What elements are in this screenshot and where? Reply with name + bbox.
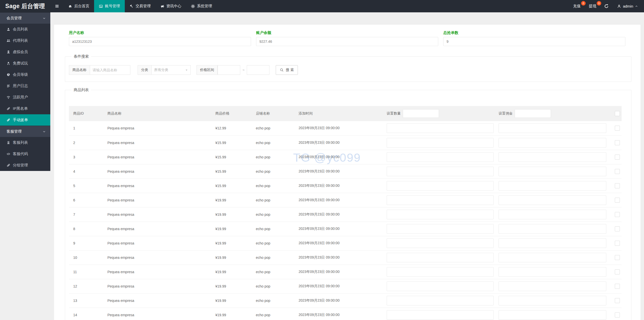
row-qty-input[interactable]: [387, 267, 494, 277]
row-commission-input[interactable]: [499, 152, 606, 162]
sidebar-item-1-6[interactable]: 用户日志: [0, 80, 50, 92]
cell-qty: [382, 222, 494, 236]
row-commission-input[interactable]: [499, 310, 606, 320]
sidebar-item-1-4[interactable]: 免费试玩: [0, 58, 50, 69]
field-input[interactable]: [69, 37, 251, 46]
row-qty-input[interactable]: [387, 123, 494, 133]
price-max-input[interactable]: [247, 65, 269, 75]
row-commission-input[interactable]: [499, 224, 606, 234]
cell-time: 2023年09月23日 09:00:00: [294, 293, 382, 308]
field-input[interactable]: [443, 37, 625, 46]
nav-item-label: 交易管理: [136, 4, 151, 9]
cell-name: Pequea empresa: [103, 193, 211, 207]
row-commission-input[interactable]: [499, 138, 606, 148]
row-select-checkbox[interactable]: [615, 169, 620, 174]
row-select-checkbox[interactable]: [615, 140, 620, 145]
row-select-checkbox[interactable]: [615, 312, 620, 317]
row-qty-input[interactable]: [387, 181, 494, 191]
cell-id: 1: [69, 121, 103, 135]
row-commission-input[interactable]: [499, 123, 606, 133]
nav-item-2[interactable]: 账号管理: [94, 0, 125, 12]
field-label: 用户名称: [69, 30, 251, 35]
sidebar-item-2-3[interactable]: 分组管理: [0, 160, 50, 171]
row-select-checkbox[interactable]: [615, 198, 620, 203]
nav-item-3[interactable]: 交易管理: [125, 0, 155, 12]
product-name-input[interactable]: [90, 65, 130, 75]
row-select-checkbox[interactable]: [615, 298, 620, 303]
row-commission-input[interactable]: [499, 281, 606, 291]
row-commission-input[interactable]: [499, 195, 606, 205]
sidebar-item-2-2[interactable]: 客服代码: [0, 148, 50, 160]
nav-item-1[interactable]: 后台首页: [63, 0, 94, 12]
row-qty-input[interactable]: [387, 253, 494, 262]
cell-shop: echo pop: [252, 236, 294, 250]
table-row: 10Pequea empresa¥19.99echo pop2023年09月23…: [69, 250, 622, 265]
price-min-input[interactable]: [218, 65, 240, 75]
cell-id: 13: [69, 293, 103, 308]
row-commission-input[interactable]: [499, 181, 606, 191]
row-commission-input[interactable]: [499, 210, 606, 219]
row-commission-input[interactable]: [499, 296, 606, 305]
row-select-checkbox[interactable]: [615, 183, 620, 188]
cell-price: ¥19.99: [211, 308, 252, 320]
cell-shop: echo pop: [252, 293, 294, 308]
cell-time: 2023年09月23日 09:00:00: [294, 121, 382, 135]
row-commission-input[interactable]: [499, 238, 606, 248]
row-commission-input[interactable]: [499, 253, 606, 262]
row-select-checkbox[interactable]: [615, 126, 620, 131]
row-qty-input[interactable]: [387, 195, 494, 205]
row-qty-input[interactable]: [387, 224, 494, 234]
row-select-checkbox[interactable]: [615, 155, 620, 160]
cell-commission: [494, 222, 609, 236]
row-qty-input[interactable]: [387, 281, 494, 291]
cell-commission: [494, 150, 609, 164]
row-qty-input[interactable]: [387, 138, 494, 148]
nav-item-4[interactable]: 资讯中心: [155, 0, 186, 12]
cell-shop: echo pop: [252, 121, 294, 135]
row-select-checkbox[interactable]: [615, 226, 620, 231]
row-commission-input[interactable]: [499, 267, 606, 277]
row-select-checkbox[interactable]: [615, 284, 620, 289]
cell-shop: echo pop: [252, 207, 294, 222]
sidebar-item-1-2[interactable]: 代理列表: [0, 35, 50, 46]
select-all-checkbox[interactable]: [615, 111, 620, 116]
sidebar-item-1-5[interactable]: 会员等级: [0, 69, 50, 80]
sidebar-item-label: 用户日志: [13, 84, 28, 88]
menu-toggle-button[interactable]: [50, 0, 63, 12]
row-qty-input[interactable]: [387, 238, 494, 248]
sidebar-item-1-1[interactable]: 会员列表: [0, 24, 50, 35]
field-input[interactable]: [256, 37, 438, 46]
sidebar-item-1-7[interactable]: 活跃用户: [0, 92, 50, 103]
recharge-button[interactable]: 充值0: [569, 0, 585, 12]
row-qty-input[interactable]: [387, 310, 494, 320]
search-button[interactable]: 搜 索: [276, 65, 298, 75]
nav-item-5[interactable]: 系统管理: [186, 0, 217, 12]
withdraw-button[interactable]: 提现0: [585, 0, 600, 12]
row-qty-input[interactable]: [387, 152, 494, 162]
set-qty-all-input[interactable]: [403, 109, 439, 118]
sidebar-section-1[interactable]: 会员管理: [0, 12, 50, 24]
cell-id: 9: [69, 236, 103, 250]
row-select-checkbox[interactable]: [615, 269, 620, 274]
home-icon: [68, 4, 72, 8]
sidebar-section-2[interactable]: 客服管理: [0, 126, 50, 137]
cell-shop: echo pop: [252, 265, 294, 279]
sidebar-item-1-9[interactable]: 手动派单: [0, 114, 50, 126]
row-qty-input[interactable]: [387, 296, 494, 305]
sidebar-item-1-3[interactable]: 虚拟会员: [0, 46, 50, 58]
sidebar-item-2-1[interactable]: 客服列表: [0, 137, 50, 148]
set-commission-all-input[interactable]: [515, 109, 551, 118]
category-select[interactable]: 所有分类: [152, 65, 191, 75]
row-select-checkbox[interactable]: [615, 241, 620, 246]
category-selected-value: 所有分类: [154, 68, 168, 72]
row-qty-input[interactable]: [387, 210, 494, 219]
sidebar-item-1-8[interactable]: IP黑名单: [0, 103, 50, 114]
row-commission-input[interactable]: [499, 167, 606, 176]
refresh-button[interactable]: [600, 4, 613, 8]
user-menu[interactable]: admin: [613, 4, 639, 8]
row-select-checkbox[interactable]: [615, 212, 620, 217]
row-select-checkbox[interactable]: [615, 255, 620, 260]
cell-name: Pequea empresa: [103, 265, 211, 279]
sidebar-item-label: 虚拟会员: [13, 50, 28, 54]
row-qty-input[interactable]: [387, 167, 494, 176]
